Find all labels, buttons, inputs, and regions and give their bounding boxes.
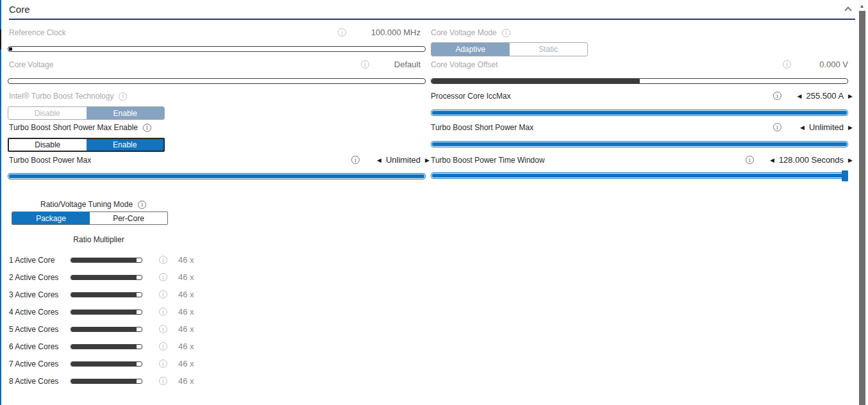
ratio-row-label: 5 Active Cores xyxy=(9,325,71,334)
ratio-row-value: 46 x xyxy=(178,376,194,386)
ratio-row-info-icon[interactable]: i xyxy=(159,360,167,368)
ratio-row-info-icon[interactable]: i xyxy=(159,342,167,351)
ratio-row-info-icon[interactable]: i xyxy=(159,308,167,316)
ratio-row-slider[interactable] xyxy=(71,258,142,263)
time-window-slider-thumb[interactable] xyxy=(842,170,848,181)
ratio-row-slider-fill xyxy=(71,293,137,297)
short-power-max-label: Turbo Boost Short Power Max xyxy=(431,123,533,132)
time-window-stepper: ◀ 128.000 Seconds ▶ xyxy=(763,155,853,165)
ratio-multiplier-rows: 1 Active Core i 46 x 2 Active Cores i 46… xyxy=(9,251,194,390)
time-window-slider[interactable] xyxy=(431,172,848,179)
short-power-enable-disable-option[interactable]: Disable xyxy=(9,139,87,151)
ratio-row-slider-fill xyxy=(71,310,137,314)
power-max-decrement-icon[interactable]: ◀ xyxy=(377,157,381,163)
core-voltage-value: Default xyxy=(346,60,421,69)
ratio-row-label: 1 Active Core xyxy=(9,256,71,265)
turbo-boost-tech-info-icon[interactable]: i xyxy=(119,92,127,101)
ratio-row-slider-fill xyxy=(71,379,137,383)
reference-clock-slider[interactable] xyxy=(8,46,426,52)
ratio-row-info-icon[interactable]: i xyxy=(159,290,167,299)
iccmax-decrement-icon[interactable]: ◀ xyxy=(797,93,802,99)
scrollbar-up-arrow-icon[interactable]: ▲ xyxy=(858,3,865,10)
turbo-boost-tech-disable-option[interactable]: Disable xyxy=(8,107,87,119)
voltage-mode-info-icon[interactable]: i xyxy=(502,29,510,37)
ratio-row-info-icon[interactable]: i xyxy=(159,256,167,264)
ratio-row-2: 2 Active Cores i 46 x xyxy=(9,269,194,286)
time-window-decrement-icon[interactable]: ◀ xyxy=(770,157,774,163)
ratio-row-slider[interactable] xyxy=(71,275,142,280)
iccmax-info-icon[interactable]: i xyxy=(773,92,781,100)
tuning-mode-per-core-option[interactable]: Per-Core xyxy=(90,212,167,224)
tuning-mode-toggle: Package Per-Core xyxy=(12,211,168,225)
reference-clock-slider-thumb[interactable] xyxy=(9,47,12,51)
reference-clock-label: Reference Clock xyxy=(9,28,66,37)
ratio-row-slider-fill xyxy=(71,276,137,279)
scrollbar-thumb[interactable] xyxy=(859,11,865,405)
iccmax-label: Processor Core IccMax xyxy=(431,92,511,101)
voltage-mode-label: Core Voltage Mode xyxy=(431,28,497,37)
time-window-value: 128.000 Seconds xyxy=(779,155,844,165)
reference-clock-info-icon[interactable]: i xyxy=(338,28,346,37)
ratio-row-info-icon[interactable]: i xyxy=(159,325,167,333)
power-max-increment-icon[interactable]: ▶ xyxy=(425,157,430,163)
short-power-max-stepper: ◀ Unlimited ▶ xyxy=(792,122,853,132)
voltage-offset-value: 0.000 V xyxy=(789,60,848,69)
ratio-row-slider[interactable] xyxy=(71,361,142,367)
tuning-mode-package-option[interactable]: Package xyxy=(12,212,90,224)
ratio-row-slider[interactable] xyxy=(71,327,142,332)
ratio-row-value: 46 x xyxy=(178,255,194,265)
short-power-max-slider-fill xyxy=(432,142,847,146)
ratio-row-1: 1 Active Core i 46 x xyxy=(9,251,194,269)
short-power-enable-toggle: Disable Enable xyxy=(8,138,165,152)
reference-clock-value: 100.000 MHz xyxy=(346,28,421,37)
core-voltage-slider[interactable] xyxy=(8,78,426,84)
power-max-slider-fill xyxy=(9,174,424,178)
power-max-stepper: ◀ Unlimited ▶ xyxy=(369,155,430,165)
ratio-row-slider[interactable] xyxy=(71,379,142,384)
turbo-boost-tech-toggle: Disable Enable xyxy=(8,106,165,120)
ratio-row-label: 8 Active Cores xyxy=(9,377,71,386)
power-max-info-icon[interactable]: i xyxy=(351,156,360,164)
time-window-increment-icon[interactable]: ▶ xyxy=(848,157,853,163)
short-power-max-info-icon[interactable]: i xyxy=(773,123,781,131)
ratio-row-value: 46 x xyxy=(178,359,194,368)
ratio-row-slider[interactable] xyxy=(71,292,142,297)
header-divider xyxy=(9,19,855,20)
short-power-max-increment-icon[interactable]: ▶ xyxy=(848,124,853,131)
ratio-row-label: 6 Active Cores xyxy=(9,342,71,351)
ratio-row-label: 7 Active Cores xyxy=(9,360,71,368)
ratio-multiplier-header: Ratio Multiplier xyxy=(9,235,188,244)
ratio-row-label: 2 Active Cores xyxy=(9,273,71,282)
iccmax-slider[interactable] xyxy=(431,110,848,116)
iccmax-stepper: ◀ 255.500 A ▶ xyxy=(785,91,853,101)
page-title: Core xyxy=(9,4,30,15)
short-power-max-slider[interactable] xyxy=(431,141,848,147)
short-power-enable-enable-option[interactable]: Enable xyxy=(87,139,164,151)
ratio-row-slider[interactable] xyxy=(71,344,142,349)
time-window-info-icon[interactable]: i xyxy=(746,156,754,164)
ratio-row-slider-fill xyxy=(71,345,137,349)
ratio-row-5: 5 Active Cores i 46 x xyxy=(9,320,194,338)
short-power-max-decrement-icon[interactable]: ◀ xyxy=(800,124,805,131)
ratio-row-slider-fill xyxy=(71,327,137,331)
voltage-offset-slider[interactable] xyxy=(431,78,848,84)
ratio-row-value: 46 x xyxy=(178,342,194,351)
collapse-section-chevron-icon[interactable] xyxy=(844,6,851,13)
power-max-label: Turbo Boost Power Max xyxy=(9,156,91,165)
power-max-slider[interactable] xyxy=(8,173,426,179)
voltage-mode-static-option[interactable]: Static xyxy=(510,43,588,56)
ratio-row-info-icon[interactable]: i xyxy=(159,377,167,385)
voltage-offset-slider-fill xyxy=(431,79,640,83)
ratio-row-8: 8 Active Cores i 46 x xyxy=(9,372,194,390)
ratio-row-value: 46 x xyxy=(178,290,194,299)
turbo-boost-tech-enable-option[interactable]: Enable xyxy=(87,107,165,119)
ratio-row-info-icon[interactable]: i xyxy=(159,273,167,281)
ratio-row-slider[interactable] xyxy=(71,310,142,315)
iccmax-increment-icon[interactable]: ▶ xyxy=(848,93,853,99)
voltage-mode-adaptive-option[interactable]: Adaptive xyxy=(431,43,510,56)
tuning-mode-info-icon[interactable]: i xyxy=(138,201,146,209)
ratio-row-label: 4 Active Cores xyxy=(9,308,71,317)
ratio-row-7: 7 Active Cores i 46 x xyxy=(9,355,194,372)
short-power-enable-info-icon[interactable]: i xyxy=(143,124,151,132)
ratio-row-slider-fill xyxy=(71,362,137,366)
